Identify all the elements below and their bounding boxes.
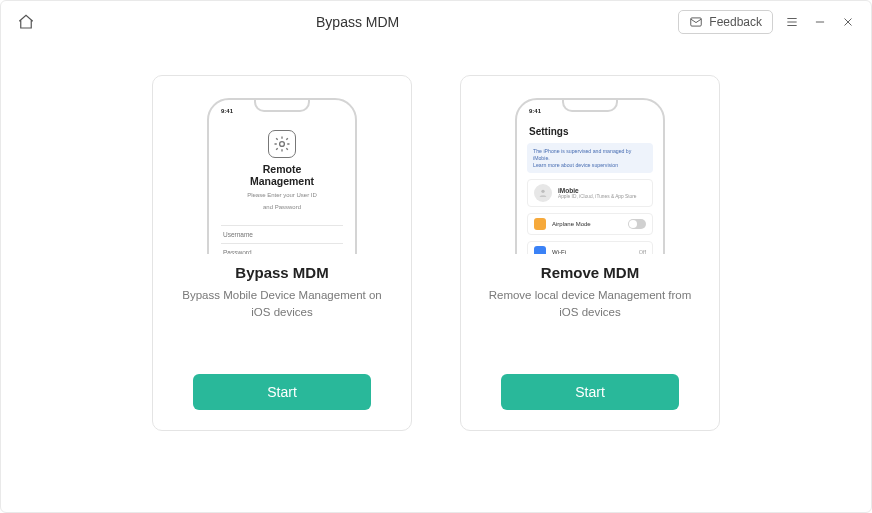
airplane-row: Airplane Mode [527, 213, 653, 235]
close-button[interactable] [839, 13, 857, 31]
settings-title: Settings [529, 126, 653, 137]
banner-line1: The iPhone is supervised and managed by … [533, 148, 647, 162]
user-row: iMobie Apple ID, iCloud, iTunes & App St… [527, 179, 653, 207]
phone-notch [254, 100, 310, 112]
wifi-row: Wi-Fi Off [527, 241, 653, 254]
main-content: 9:41 Remote Management Please Enter your… [1, 75, 871, 431]
menu-icon [785, 15, 799, 29]
titlebar-right: Feedback [678, 10, 857, 34]
username-label: Username [223, 231, 261, 238]
username-row: Username [221, 226, 343, 244]
card-bypass-subtitle: Bypass Mobile Device Management on iOS d… [169, 287, 395, 320]
start-button-remove[interactable]: Start [501, 374, 679, 410]
password-label: Password [223, 249, 261, 254]
mail-icon [689, 15, 703, 29]
card-remove-subtitle: Remove local device Management from iOS … [477, 287, 703, 320]
phone-time: 9:41 [529, 108, 541, 114]
airplane-toggle [628, 219, 646, 229]
minimize-icon [813, 15, 827, 29]
feedback-label: Feedback [709, 15, 762, 29]
banner-line2: Learn more about device supervision [533, 162, 647, 169]
wifi-label: Wi-Fi [552, 249, 566, 254]
card-remove-title: Remove MDM [541, 264, 639, 281]
gear-icon [268, 130, 296, 158]
title-bar: Bypass MDM Feedback [1, 1, 871, 43]
window-title: Bypass MDM [37, 14, 678, 30]
wifi-status: Off [639, 249, 646, 254]
phone-time: 9:41 [221, 108, 233, 114]
svg-point-2 [541, 190, 544, 193]
close-icon [841, 15, 855, 29]
airplane-label: Airplane Mode [552, 221, 591, 227]
airplane-icon [534, 218, 546, 230]
card-bypass-mdm: 9:41 Remote Management Please Enter your… [152, 75, 412, 431]
rm-title-line2: Management [221, 176, 343, 188]
password-row: Password [221, 244, 343, 254]
user-sub: Apple ID, iCloud, iTunes & App Store [558, 194, 636, 199]
menu-button[interactable] [783, 13, 801, 31]
minimize-button[interactable] [811, 13, 829, 31]
svg-point-1 [280, 142, 285, 147]
phone-illustration-remove: 9:41 Settings The iPhone is supervised a… [510, 98, 670, 254]
start-button-bypass[interactable]: Start [193, 374, 371, 410]
rm-desc-line2: and Password [221, 204, 343, 211]
feedback-button[interactable]: Feedback [678, 10, 773, 34]
avatar-icon [534, 184, 552, 202]
home-icon [17, 13, 35, 31]
rm-desc-line1: Please Enter your User ID [221, 192, 343, 199]
card-remove-mdm: 9:41 Settings The iPhone is supervised a… [460, 75, 720, 431]
supervision-banner: The iPhone is supervised and managed by … [527, 143, 653, 173]
wifi-icon [534, 246, 546, 254]
svg-rect-0 [691, 18, 702, 26]
phone-notch [562, 100, 618, 112]
home-button[interactable] [15, 11, 37, 33]
rm-title-line1: Remote [221, 164, 343, 176]
user-name: iMobie [558, 187, 636, 194]
phone-illustration-bypass: 9:41 Remote Management Please Enter your… [202, 98, 362, 254]
card-bypass-title: Bypass MDM [235, 264, 328, 281]
